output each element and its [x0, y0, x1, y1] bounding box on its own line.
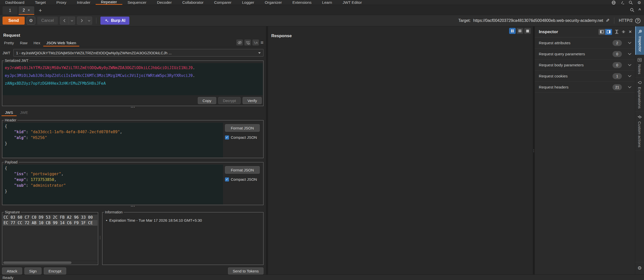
copy-button[interactable]: Copy	[198, 97, 216, 104]
sidebar-item-explanations[interactable]: Explanations	[635, 77, 644, 112]
menu-comparer[interactable]: Comparer	[209, 0, 237, 5]
verify-button[interactable]: Verify	[243, 97, 262, 104]
tab-pretty[interactable]: Pretty	[1, 40, 17, 46]
menu-jwt-editor[interactable]: JWT Editor	[337, 0, 367, 5]
rows-layout-icon[interactable]	[517, 28, 523, 34]
json-value: "administrator"	[31, 183, 66, 188]
count-badge: 0	[613, 51, 622, 57]
menu-learn[interactable]: Learn	[317, 0, 337, 5]
forward-button[interactable]	[77, 17, 86, 25]
format-json-button[interactable]: Format JSON	[225, 166, 260, 174]
dock-right-icon[interactable]	[605, 29, 612, 35]
send-to-tokens-button[interactable]: Send to Tokens	[228, 267, 263, 274]
tab-hex[interactable]: Hex	[30, 40, 43, 46]
scrollbar-thumb[interactable]	[3, 261, 71, 264]
repeater-tab-1[interactable]: 1	[3, 6, 18, 15]
decrypt-button[interactable]: Decrypt	[218, 97, 241, 104]
send-button[interactable]: Send	[3, 17, 25, 25]
sidebar-item-notes[interactable]: Notes	[635, 55, 644, 77]
inspector-row-request-cookies[interactable]: Request cookies 1	[535, 71, 635, 82]
sidebar-item-label: Custom actions	[637, 121, 642, 147]
show-newlines-icon[interactable]: \n	[252, 39, 259, 45]
cancel-button[interactable]: Cancel	[37, 17, 58, 25]
close-inspector-icon[interactable]: ✕	[628, 29, 632, 34]
expand-all-icon[interactable]	[615, 30, 619, 34]
horizontal-scrollbar[interactable]	[3, 261, 97, 264]
add-tab-button[interactable]: +	[35, 6, 46, 15]
collapse-tabs-icon[interactable]: ^	[638, 8, 641, 13]
response-inspector-splitter[interactable]: ⋮	[533, 26, 535, 274]
menu-target[interactable]: Target	[30, 0, 51, 5]
sign-button[interactable]: Sign	[24, 267, 42, 274]
sidebar-settings-gear-icon[interactable]: ⚙	[635, 262, 644, 274]
menubar-icons: ⚙	[611, 0, 641, 5]
close-tab-icon[interactable]: ✕	[27, 8, 30, 12]
search-icon[interactable]	[628, 0, 633, 5]
hide-nonprintable-icon[interactable]	[236, 39, 243, 45]
lightbulb-icon	[637, 80, 642, 85]
single-layout-icon[interactable]	[524, 28, 531, 34]
sidebar-item-inspector[interactable]: Inspector	[635, 26, 644, 55]
header-json-editor[interactable]: { "kid": "da33dcc1-1afb-4efa-8407-2ecfd0…	[3, 123, 223, 157]
menu-organizer[interactable]: Organizer	[259, 0, 287, 5]
signature-hex-editor[interactable]: CC 03 60 C7 C0 D9 53 2C FB A2 96 33 00 E…	[3, 215, 97, 226]
tab-raw[interactable]: Raw	[17, 40, 30, 46]
tab-json-web-token[interactable]: JSON Web Token	[43, 40, 79, 46]
edit-target-pencil-icon[interactable]: ✎	[606, 18, 610, 23]
menu-decoder[interactable]: Decoder	[152, 0, 177, 5]
horizontal-splitter-handle[interactable]: •••	[0, 106, 266, 109]
request-panel-title: Request	[3, 33, 266, 38]
inspector-row-request-query-parameters[interactable]: Request query parameters 0	[535, 49, 635, 60]
inspector-row-request-attributes[interactable]: Request attributes 2	[535, 37, 635, 49]
columns-layout-icon[interactable]	[509, 28, 516, 34]
burp-suite-window: Dashboard Target Proxy Intruder Repeater…	[0, 0, 644, 280]
request-response-splitter[interactable]	[266, 26, 268, 274]
inspector-row-request-headers[interactable]: Request headers 21	[535, 82, 635, 93]
status-bar: Ready	[0, 274, 644, 280]
repeater-tab-2[interactable]: 2 ✕	[19, 6, 34, 15]
tab-jwe[interactable]: JWE	[17, 109, 32, 116]
command-line-icon[interactable]	[620, 0, 624, 5]
menu-sequencer[interactable]: Sequencer	[122, 0, 152, 5]
editor-menu-icon[interactable]: ≡	[260, 40, 263, 45]
serialized-jwt-editor[interactable]: eyJraWQiOiJkYTMzZGNjMS0xYWZiLTRlZmEtODQw…	[3, 63, 263, 95]
menu-repeater[interactable]: Repeater	[96, 0, 122, 5]
dock-left-icon[interactable]	[598, 29, 605, 35]
format-json-button[interactable]: Format JSON	[225, 124, 260, 132]
tab-jws[interactable]: JWS	[2, 109, 17, 116]
sidebar-item-custom-actions[interactable]: Custom actions	[635, 112, 644, 151]
http2-help-icon[interactable]: ?	[635, 18, 640, 23]
brace: {	[5, 124, 7, 128]
hex-row: EC 77 CC 72 AB 10 CB 99 14 C6 F9 1F CE	[3, 220, 97, 226]
jwt-dropdown[interactable]: 1 - eyJraWQiOiJkYTMzZGNjMS0xYWZiLTRlZmEt…	[13, 49, 263, 57]
menu-proxy[interactable]: Proxy	[51, 0, 72, 5]
jwt-dropdown-value: 1 - eyJraWQiOiJkYTMzZGNjMS0xYWZiLTRlZmEt…	[16, 51, 172, 55]
soft-wrap-icon[interactable]	[244, 39, 251, 45]
browser-globe-icon[interactable]	[611, 0, 616, 5]
menu-dashboard[interactable]: Dashboard	[0, 0, 30, 5]
attack-button[interactable]: Attack	[2, 267, 22, 274]
menu-logger[interactable]: Logger	[237, 0, 259, 5]
menu-intruder[interactable]: Intruder	[72, 0, 96, 5]
search-tabs-icon[interactable]	[630, 8, 634, 12]
forward-dropdown-button[interactable]	[86, 17, 92, 25]
burp-ai-button[interactable]: Burp AI	[100, 17, 129, 25]
menu-extensions[interactable]: Extensions	[287, 0, 317, 5]
compact-json-checkbox[interactable]: ✓	[225, 135, 229, 139]
payload-json-editor[interactable]: { "iss": "portswigger", "exp": 177375385…	[3, 165, 223, 204]
history-forward-group	[77, 17, 92, 25]
horizontal-splitter-handle[interactable]: •••	[0, 205, 266, 208]
back-dropdown-button[interactable]	[69, 17, 75, 25]
serialized-jwt-group: Serialized JWT eyJraWQiOiJkYTMzZGNjMS0xY…	[2, 59, 263, 106]
collapse-all-icon[interactable]	[621, 30, 626, 34]
settings-gear-icon[interactable]: ⚙	[637, 0, 641, 5]
target-bar: Target: https://0acf004203729ca4813076d5…	[458, 18, 640, 24]
back-button[interactable]	[60, 17, 69, 25]
information-legend: Information	[104, 210, 124, 214]
vertical-splitter-handle[interactable]: ⋮	[98, 210, 102, 265]
compact-json-checkbox[interactable]: ✓	[225, 177, 229, 181]
send-settings-button[interactable]: ⚙	[27, 17, 35, 25]
menu-collaborator[interactable]: Collaborator	[177, 0, 209, 5]
inspector-row-request-body-parameters[interactable]: Request body parameters 0	[535, 60, 635, 71]
encrypt-button[interactable]: Encrypt	[44, 267, 66, 274]
